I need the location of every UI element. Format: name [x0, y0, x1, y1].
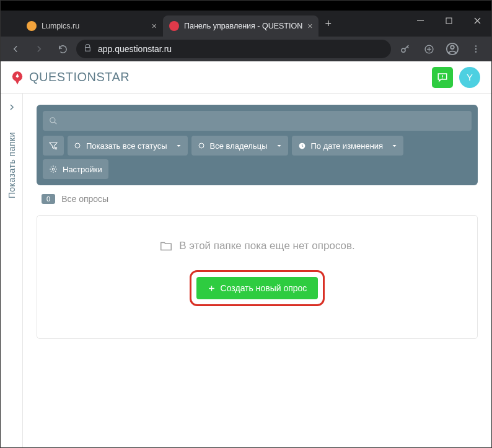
profile-icon[interactable]	[442, 38, 463, 59]
back-button[interactable]	[6, 39, 25, 59]
highlight-frame: Создать новый опрос	[190, 270, 325, 306]
browser-tab[interactable]: Панель управления - QUESTION ×	[163, 15, 318, 37]
folder-header: 0 Все опросы	[37, 185, 478, 209]
empty-text: В этой папке пока еще нет опросов.	[179, 240, 355, 252]
svg-point-12	[75, 143, 80, 148]
survey-count-badge: 0	[42, 194, 55, 204]
feedback-button[interactable]	[432, 67, 453, 88]
svg-point-4	[450, 46, 454, 50]
owner-filter[interactable]: Все владельцы	[191, 136, 288, 156]
favicon	[169, 21, 179, 31]
extensions-icon[interactable]	[418, 38, 439, 59]
empty-state: В этой папке пока еще нет опросов. Созда…	[37, 215, 478, 339]
sidebar-label[interactable]: Показать папки	[7, 132, 17, 198]
reload-button[interactable]	[53, 39, 72, 59]
key-icon[interactable]	[395, 38, 416, 59]
tab-title: Lumpics.ru	[42, 22, 147, 30]
maximize-button[interactable]	[434, 11, 463, 30]
app-header: QUESTIONSTAR Y	[1, 61, 491, 94]
menu-icon[interactable]	[465, 38, 486, 59]
svg-point-13	[199, 143, 204, 148]
address-bar[interactable]: app.questionstar.ru	[76, 40, 391, 58]
browser-toolbar: app.questionstar.ru	[1, 37, 491, 61]
create-survey-button[interactable]: Создать новый опрос	[196, 277, 318, 299]
caret-down-icon	[276, 143, 282, 149]
svg-point-5	[475, 45, 477, 46]
filter-settings-label: Настройки	[63, 165, 102, 174]
browser-tab-strip: Lumpics.ru × Панель управления - QUESTIO…	[1, 11, 491, 37]
svg-point-1	[402, 48, 405, 52]
url-text: app.questionstar.ru	[98, 44, 172, 54]
main-content: Показать все статусы Все владельцы По да…	[23, 94, 491, 447]
tab-title: Панель управления - QUESTION	[184, 22, 302, 30]
filter-panel: Показать все статусы Все владельцы По да…	[37, 105, 478, 185]
search-row[interactable]	[43, 111, 472, 131]
logo[interactable]: QUESTIONSTAR	[9, 69, 130, 86]
avatar-letter: Y	[467, 72, 473, 82]
avatar[interactable]: Y	[459, 67, 480, 88]
lock-icon	[84, 44, 92, 54]
expand-sidebar-button[interactable]	[4, 99, 19, 117]
chevron-right-icon	[8, 103, 15, 111]
status-filter-label: Показать все статусы	[86, 141, 167, 151]
svg-marker-9	[15, 80, 20, 84]
caret-down-icon	[176, 143, 182, 149]
search-icon	[49, 116, 58, 125]
forward-button[interactable]	[29, 39, 49, 59]
close-window-button[interactable]	[463, 11, 491, 30]
svg-rect-0	[446, 18, 452, 24]
svg-point-15	[52, 168, 55, 170]
close-tab-icon[interactable]: ×	[307, 21, 312, 31]
folder-name: Все опросы	[61, 194, 108, 204]
folder-icon	[159, 239, 173, 253]
sort-filter[interactable]: По дате изменения	[292, 136, 404, 156]
close-tab-icon[interactable]: ×	[152, 21, 157, 31]
gear-icon	[49, 165, 58, 173]
new-tab-button[interactable]: +	[318, 17, 338, 30]
caret-down-icon	[392, 143, 397, 149]
search-input[interactable]	[63, 116, 465, 126]
clear-filters-button[interactable]	[43, 136, 64, 156]
status-filter[interactable]: Показать все статусы	[68, 136, 188, 156]
circle-icon	[74, 142, 81, 149]
circle-icon	[198, 142, 205, 149]
svg-point-11	[50, 118, 55, 123]
filter-settings-button[interactable]: Настройки	[43, 159, 108, 179]
svg-point-6	[475, 48, 477, 50]
favicon	[27, 21, 37, 31]
brand-text: QUESTIONSTAR	[29, 70, 130, 84]
plus-icon	[208, 284, 216, 292]
filter-off-icon	[48, 141, 58, 151]
browser-tab[interactable]: Lumpics.ru ×	[20, 15, 163, 37]
window-titlebar	[1, 1, 491, 11]
logo-icon	[9, 69, 25, 86]
svg-point-7	[475, 51, 477, 52]
sort-filter-label: По дате изменения	[311, 141, 384, 151]
minimize-button[interactable]	[406, 11, 434, 30]
chat-icon	[437, 72, 448, 83]
sidebar-rail: Показать папки	[1, 94, 23, 447]
clock-icon	[298, 142, 306, 150]
owner-filter-label: Все владельцы	[210, 141, 268, 151]
create-survey-label: Создать новый опрос	[221, 283, 307, 293]
